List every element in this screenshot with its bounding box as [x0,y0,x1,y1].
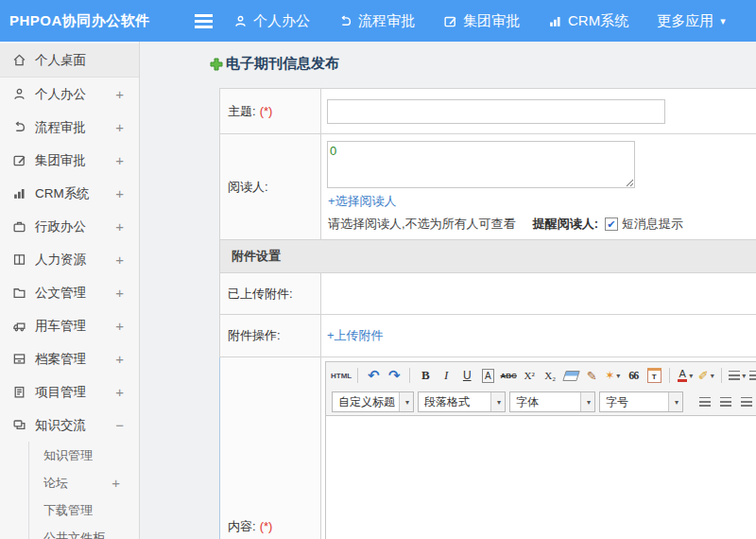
readers-label: 阅读人: [228,180,268,194]
sidebar-subitem-public-file-cabinet[interactable]: 公共文件柜 [29,524,139,539]
hamburger-menu-icon[interactable] [195,14,213,28]
expand-toggle[interactable]: + [115,152,124,168]
format-painter-button[interactable]: ✎ [582,366,601,385]
expand-toggle[interactable]: + [115,384,124,400]
ordered-list-icon [729,371,740,381]
sidebar-item-label: 流程审批 [35,119,86,136]
align-left-button[interactable] [696,392,714,411]
approve-icon [12,153,26,167]
redo-button[interactable]: ↷ [385,366,404,385]
sidebar-item-document-mgmt[interactable]: 公文管理 + [0,276,139,309]
font-family-select[interactable]: 字体▾ [509,391,595,412]
expand-toggle[interactable]: + [115,318,124,334]
expand-toggle[interactable]: + [115,351,124,367]
caret-down-icon: ▾ [616,372,620,380]
nav-workflow-approval[interactable]: 流程审批 [338,12,415,30]
subscript-button[interactable]: X₂ [541,366,559,385]
toolbar-separator [409,368,410,383]
sidebar-item-knowledge-exchange[interactable]: 知识交流 − [0,409,139,442]
sidebar-item-workflow-approval[interactable]: 流程审批 + [0,111,139,144]
sidebar-subitem-download-mgmt[interactable]: 下载管理 [29,496,139,524]
remove-format-button[interactable] [561,366,580,385]
sidebar-item-personal-office[interactable]: 个人办公 + [0,78,139,111]
upload-attachment-link[interactable]: +上传附件 [327,327,384,344]
sidebar-item-group-approval[interactable]: 集团审批 + [0,144,139,177]
sidebar-item-archive-mgmt[interactable]: 档案管理 + [0,342,139,375]
quick-format-button[interactable]: ✶▾ [603,366,622,385]
app-title: PHPOA协同办公软件 [0,12,195,30]
paragraph-format-select[interactable]: 段落格式▾ [418,391,506,412]
nav-more-apps[interactable]: 更多应用 ▾ [657,12,726,30]
strikethrough-button[interactable]: ABC [499,366,518,385]
editor-content-area[interactable] [326,415,756,539]
sidebar-subitem-knowledge-mgmt[interactable]: 知识管理 [29,442,139,469]
caret-down-icon: ▾ [742,372,746,380]
unordered-list-button[interactable]: ▾ [748,366,756,385]
sidebar-item-project-mgmt[interactable]: 项目管理 + [0,375,139,409]
font-size-select[interactable]: 字号▾ [599,391,683,412]
required-mark: (*) [260,519,273,533]
subject-input[interactable] [327,99,665,124]
nav-label: 个人办公 [253,12,310,30]
uploaded-label-cell: 已上传附件: [220,273,321,315]
superscript-button[interactable]: X² [520,366,539,385]
sidebar-item-desktop[interactable]: 个人桌面 [0,43,139,78]
attachment-action-row: 附件操作: +上传附件 [220,315,756,357]
caret-down-icon: ▾ [711,372,714,380]
align-center-button[interactable] [716,392,735,411]
uploaded-label: 已上传附件: [228,287,293,301]
expand-toggle[interactable]: + [112,475,120,491]
caret-down-icon: ▾ [689,372,693,380]
blockquote-button[interactable]: 66 [624,366,643,385]
italic-button[interactable]: I [437,366,455,385]
nav-group-approval[interactable]: 集团审批 [443,12,520,30]
subject-row: 主题:(*) [220,89,756,134]
sidebar-item-label: 用车管理 [35,318,86,335]
heading-select[interactable]: 自定义标题▾ [332,391,414,412]
expand-toggle[interactable]: + [115,119,124,135]
font-color-icon: A [678,369,687,382]
font-style-button[interactable]: A [478,366,497,385]
select-readers-link[interactable]: +选择阅读人 [328,193,397,210]
expand-toggle[interactable]: + [115,218,124,235]
sidebar-subitem-forum[interactable]: 论坛 + [29,469,139,496]
align-right-icon [741,397,752,408]
readers-textarea[interactable]: 0 [327,141,635,188]
expand-toggle[interactable]: + [115,185,124,201]
html-source-button[interactable]: HTML [331,366,352,385]
sidebar-item-label: 公文管理 [35,285,86,302]
sidebar-subitem-label: 论坛 [43,475,68,492]
remind-readers-label: 提醒阅读人: [533,216,598,233]
nav-personal-office[interactable]: 个人办公 [233,12,310,30]
text-box-icon: T [647,368,662,383]
expand-toggle[interactable]: + [115,252,124,268]
highlight-color-button[interactable]: ✐▾ [696,366,715,385]
underline-button[interactable]: U [457,366,476,385]
attachment-section-row: 附件设置 [220,240,756,273]
undo-button[interactable]: ↶ [364,366,383,385]
paste-as-text-button[interactable]: T [644,366,663,385]
sms-reminder-checkbox[interactable] [605,217,618,231]
align-right-button[interactable] [737,392,756,411]
ordered-list-button[interactable]: ▾ [728,366,747,385]
expand-toggle[interactable]: + [115,86,124,102]
sidebar-item-hr[interactable]: 人力资源 + [0,243,139,276]
bold-button[interactable]: B [416,366,435,385]
content-label: 内容: [228,519,256,533]
nav-crm[interactable]: CRM系统 [548,12,628,30]
sidebar-item-label: 知识交流 [35,417,86,434]
attachment-action-value-cell: +上传附件 [321,315,756,357]
sidebar-subitem-label: 公共文件柜 [43,530,105,539]
expand-toggle[interactable]: + [115,285,124,301]
sidebar-item-vehicle-mgmt[interactable]: 用车管理 + [0,309,139,342]
font-color-button[interactable]: A▾ [676,366,695,385]
sidebar-item-admin-office[interactable]: 行政办公 + [0,210,139,243]
caret-down-icon: ▾ [720,15,726,27]
collapse-toggle[interactable]: − [115,417,124,433]
caret-down-icon: ▾ [490,392,505,411]
subject-value-cell [321,89,756,134]
sidebar-item-crm[interactable]: CRM系统 + [0,177,139,210]
flow-icon [338,14,352,28]
approve-icon [443,14,457,28]
flow-icon [12,120,26,134]
